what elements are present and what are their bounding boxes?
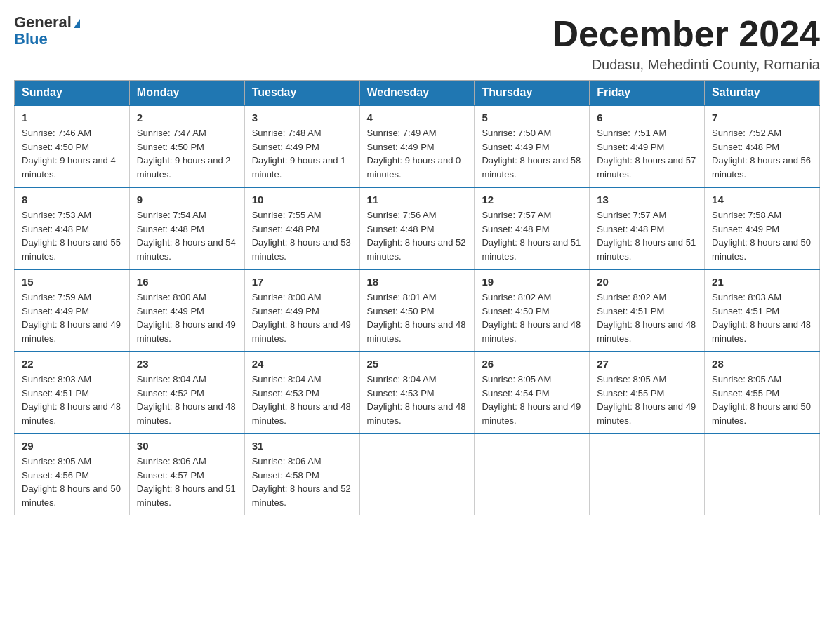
day-number: 5 [482,112,582,123]
day-number: 14 [712,194,812,206]
day-info: Sunrise: 7:57 AMSunset: 4:48 PMDaylight:… [597,210,696,262]
day-cell: 12 Sunrise: 7:57 AMSunset: 4:48 PMDaylig… [475,187,590,269]
day-info: Sunrise: 7:48 AMSunset: 4:49 PMDaylight:… [252,128,346,180]
day-cell: 27 Sunrise: 8:05 AMSunset: 4:55 PMDaylig… [590,351,705,434]
day-number: 24 [252,358,352,370]
day-cell: 3 Sunrise: 7:48 AMSunset: 4:49 PMDayligh… [244,105,359,187]
page-header: General Blue December 2024 Dudasu, Mehed… [14,14,820,73]
day-number: 27 [597,358,697,370]
header-tuesday: Tuesday [244,81,359,106]
week-row-3: 15 Sunrise: 7:59 AMSunset: 4:49 PMDaylig… [15,269,820,351]
day-info: Sunrise: 7:56 AMSunset: 4:48 PMDaylight:… [367,210,466,262]
day-cell: 26 Sunrise: 8:05 AMSunset: 4:54 PMDaylig… [475,351,590,434]
day-cell: 23 Sunrise: 8:04 AMSunset: 4:52 PMDaylig… [129,351,244,434]
day-info: Sunrise: 7:53 AMSunset: 4:48 PMDaylight:… [22,210,121,262]
day-number: 15 [22,276,122,288]
day-number: 10 [252,194,352,206]
day-info: Sunrise: 7:52 AMSunset: 4:48 PMDaylight:… [712,128,811,180]
day-number: 1 [22,112,122,123]
day-cell: 20 Sunrise: 8:02 AMSunset: 4:51 PMDaylig… [590,269,705,351]
day-number: 20 [597,276,697,288]
day-info: Sunrise: 7:59 AMSunset: 4:49 PMDaylight:… [22,292,121,344]
day-number: 30 [137,440,237,452]
day-cell [475,434,590,515]
day-cell: 10 Sunrise: 7:55 AMSunset: 4:48 PMDaylig… [244,187,359,269]
day-number: 11 [367,194,468,206]
day-cell: 2 Sunrise: 7:47 AMSunset: 4:50 PMDayligh… [129,105,244,187]
day-info: Sunrise: 8:03 AMSunset: 4:51 PMDaylight:… [712,292,811,344]
location: Dudasu, Mehedinti County, Romania [552,57,820,73]
day-number: 23 [137,358,237,370]
month-title: December 2024 [552,14,820,54]
day-number: 2 [137,112,237,123]
day-cell: 30 Sunrise: 8:06 AMSunset: 4:57 PMDaylig… [129,434,244,515]
day-cell: 17 Sunrise: 8:00 AMSunset: 4:49 PMDaylig… [244,269,359,351]
day-cell [359,434,475,515]
day-number: 7 [712,112,812,123]
header-wednesday: Wednesday [359,81,475,106]
day-info: Sunrise: 7:47 AMSunset: 4:50 PMDaylight:… [137,128,231,180]
day-info: Sunrise: 7:57 AMSunset: 4:48 PMDaylight:… [482,210,581,262]
day-number: 31 [252,440,352,452]
day-info: Sunrise: 8:05 AMSunset: 4:55 PMDaylight:… [597,374,696,426]
day-info: Sunrise: 8:06 AMSunset: 4:57 PMDaylight:… [137,456,236,508]
header-friday: Friday [590,81,705,106]
day-info: Sunrise: 7:58 AMSunset: 4:49 PMDaylight:… [712,210,811,262]
day-info: Sunrise: 8:05 AMSunset: 4:54 PMDaylight:… [482,374,581,426]
day-cell [705,434,820,515]
day-number: 4 [367,112,468,123]
day-cell: 14 Sunrise: 7:58 AMSunset: 4:49 PMDaylig… [705,187,820,269]
day-number: 21 [712,276,812,288]
day-number: 17 [252,276,352,288]
day-number: 12 [482,194,582,206]
day-info: Sunrise: 7:51 AMSunset: 4:49 PMDaylight:… [597,128,696,180]
day-info: Sunrise: 7:49 AMSunset: 4:49 PMDaylight:… [367,128,461,180]
day-info: Sunrise: 8:02 AMSunset: 4:50 PMDaylight:… [482,292,581,344]
day-number: 8 [22,194,122,206]
logo-general: General [14,14,80,31]
header-monday: Monday [129,81,244,106]
day-number: 29 [22,440,122,452]
calendar-header-row: SundayMondayTuesdayWednesdayThursdayFrid… [15,81,820,106]
week-row-2: 8 Sunrise: 7:53 AMSunset: 4:48 PMDayligh… [15,187,820,269]
logo-blue: Blue [14,31,80,48]
day-cell: 31 Sunrise: 8:06 AMSunset: 4:58 PMDaylig… [244,434,359,515]
day-info: Sunrise: 8:04 AMSunset: 4:52 PMDaylight:… [137,374,236,426]
day-cell: 18 Sunrise: 8:01 AMSunset: 4:50 PMDaylig… [359,269,475,351]
week-row-5: 29 Sunrise: 8:05 AMSunset: 4:56 PMDaylig… [15,434,820,515]
day-cell: 13 Sunrise: 7:57 AMSunset: 4:48 PMDaylig… [590,187,705,269]
day-info: Sunrise: 8:05 AMSunset: 4:55 PMDaylight:… [712,374,811,426]
day-cell: 28 Sunrise: 8:05 AMSunset: 4:55 PMDaylig… [705,351,820,434]
title-block: December 2024 Dudasu, Mehedinti County, … [552,14,820,73]
day-info: Sunrise: 8:04 AMSunset: 4:53 PMDaylight:… [367,374,466,426]
calendar-table: SundayMondayTuesdayWednesdayThursdayFrid… [14,80,820,515]
day-cell: 5 Sunrise: 7:50 AMSunset: 4:49 PMDayligh… [475,105,590,187]
day-info: Sunrise: 8:04 AMSunset: 4:53 PMDaylight:… [252,374,351,426]
day-info: Sunrise: 8:02 AMSunset: 4:51 PMDaylight:… [597,292,696,344]
day-number: 6 [597,112,697,123]
day-number: 13 [597,194,697,206]
day-number: 3 [252,112,352,123]
logo: General Blue [14,14,80,48]
day-cell: 21 Sunrise: 8:03 AMSunset: 4:51 PMDaylig… [705,269,820,351]
day-cell: 7 Sunrise: 7:52 AMSunset: 4:48 PMDayligh… [705,105,820,187]
day-cell: 25 Sunrise: 8:04 AMSunset: 4:53 PMDaylig… [359,351,475,434]
day-info: Sunrise: 7:50 AMSunset: 4:49 PMDaylight:… [482,128,581,180]
day-number: 26 [482,358,582,370]
day-number: 28 [712,358,812,370]
day-number: 22 [22,358,122,370]
day-cell: 24 Sunrise: 8:04 AMSunset: 4:53 PMDaylig… [244,351,359,434]
day-cell: 1 Sunrise: 7:46 AMSunset: 4:50 PMDayligh… [15,105,130,187]
day-info: Sunrise: 7:46 AMSunset: 4:50 PMDaylight:… [22,128,116,180]
day-cell: 22 Sunrise: 8:03 AMSunset: 4:51 PMDaylig… [15,351,130,434]
day-number: 18 [367,276,468,288]
day-cell [590,434,705,515]
day-number: 16 [137,276,237,288]
day-number: 19 [482,276,582,288]
day-cell: 29 Sunrise: 8:05 AMSunset: 4:56 PMDaylig… [15,434,130,515]
day-info: Sunrise: 8:00 AMSunset: 4:49 PMDaylight:… [137,292,236,344]
day-cell: 8 Sunrise: 7:53 AMSunset: 4:48 PMDayligh… [15,187,130,269]
day-cell: 15 Sunrise: 7:59 AMSunset: 4:49 PMDaylig… [15,269,130,351]
header-saturday: Saturday [705,81,820,106]
day-info: Sunrise: 8:03 AMSunset: 4:51 PMDaylight:… [22,374,121,426]
